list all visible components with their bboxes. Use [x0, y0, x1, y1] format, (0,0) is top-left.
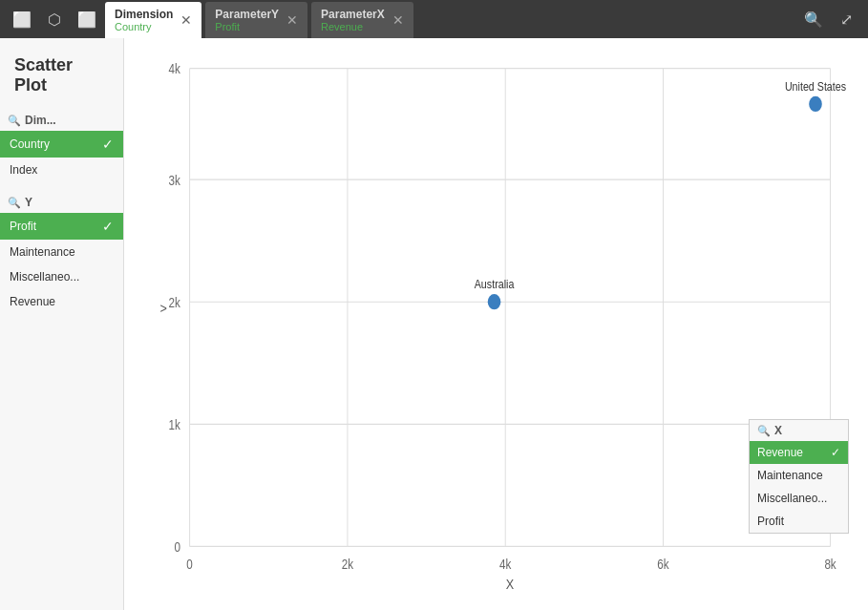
- y-item-profit[interactable]: Profit✓: [0, 213, 123, 240]
- y-section: 🔍 Y Profit✓MaintenanceMiscellaneo...Reve…: [0, 192, 123, 314]
- tab-2-title: ParameterX: [321, 8, 385, 21]
- tab-2-close[interactable]: ✕: [392, 13, 404, 27]
- rect-select-icon[interactable]: ⬜: [73, 5, 101, 33]
- check-icon: ✓: [102, 219, 114, 234]
- main-content: Scatter Plot 🔍 Dim... Country✓Index 🔍 Y …: [0, 38, 868, 610]
- svg-text:2k: 2k: [169, 295, 181, 310]
- x-section-label: X: [774, 424, 782, 437]
- x-items-list: Revenue✓MaintenanceMiscellaneo...Profit: [750, 441, 848, 533]
- y-item-maintenance[interactable]: Maintenance: [0, 240, 123, 264]
- check-icon: ✓: [102, 137, 114, 152]
- scatter-chart: 0 1k 2k 3k 4k 0 2k 4k 6k 8k > X: [143, 57, 849, 591]
- tab-0-subtitle: Country: [115, 21, 173, 32]
- dim-search-icon[interactable]: 🔍: [8, 115, 21, 127]
- y-search-icon[interactable]: 🔍: [8, 197, 21, 209]
- y-section-header: 🔍 Y: [0, 192, 123, 213]
- lasso-icon[interactable]: ⬡: [40, 5, 69, 33]
- x-search-icon[interactable]: 🔍: [757, 425, 771, 437]
- label-australia: Australia: [475, 277, 515, 291]
- dim-item-country[interactable]: Country✓: [0, 131, 123, 158]
- x-panel-header: 🔍 X: [750, 420, 848, 441]
- check-icon: ✓: [831, 446, 840, 459]
- svg-text:3k: 3k: [169, 173, 181, 188]
- svg-text:4k: 4k: [499, 557, 512, 572]
- x-parameter-panel: 🔍 X Revenue✓MaintenanceMiscellaneo...Pro…: [749, 419, 849, 534]
- sidebar: Scatter Plot 🔍 Dim... Country✓Index 🔍 Y …: [0, 38, 124, 610]
- select-icon[interactable]: ⬜: [8, 5, 36, 33]
- tab-parameter-y[interactable]: ParameterY Profit ✕: [205, 2, 307, 38]
- page-title: Scatter Plot: [0, 46, 123, 110]
- dim-item-index[interactable]: Index: [0, 158, 123, 182]
- dim-section: 🔍 Dim... Country✓Index: [0, 110, 123, 182]
- x-item-miscellaneo[interactable]: Miscellaneo...: [750, 487, 848, 510]
- svg-text:1k: 1k: [169, 417, 181, 432]
- tab-1-title: ParameterY: [215, 8, 279, 21]
- data-point-australia[interactable]: [488, 294, 501, 309]
- x-item-revenue[interactable]: Revenue✓: [750, 441, 848, 464]
- y-section-label: Y: [25, 196, 32, 209]
- label-us: United States: [785, 79, 846, 94]
- tab-1-subtitle: Profit: [215, 21, 279, 32]
- svg-text:2k: 2k: [342, 557, 354, 572]
- chart-area: 0 1k 2k 3k 4k 0 2k 4k 6k 8k > X: [124, 38, 868, 610]
- tab-parameter-x[interactable]: ParameterX Revenue ✕: [311, 2, 413, 38]
- svg-text:X: X: [506, 576, 514, 591]
- svg-text:>: >: [160, 300, 167, 316]
- svg-text:6k: 6k: [657, 557, 669, 572]
- scatter-container: 0 1k 2k 3k 4k 0 2k 4k 6k 8k > X: [143, 57, 849, 591]
- y-item-revenue[interactable]: Revenue: [0, 289, 123, 314]
- dim-items-list: Country✓Index: [0, 131, 123, 182]
- svg-text:4k: 4k: [169, 61, 181, 76]
- tab-1-close[interactable]: ✕: [286, 13, 298, 27]
- svg-text:0: 0: [174, 539, 180, 555]
- dim-section-label: Dim...: [25, 114, 56, 127]
- tab-0-title: Dimension: [115, 8, 173, 21]
- y-item-miscellaneo[interactable]: Miscellaneo...: [0, 264, 123, 289]
- y-items-list: Profit✓MaintenanceMiscellaneo...Revenue: [0, 213, 123, 314]
- svg-text:8k: 8k: [824, 557, 836, 572]
- tab-0-close[interactable]: ✕: [180, 13, 192, 27]
- data-point-us[interactable]: [809, 96, 822, 112]
- x-item-profit[interactable]: Profit: [750, 510, 848, 533]
- svg-text:0: 0: [186, 557, 192, 572]
- expand-icon[interactable]: ⤢: [832, 5, 860, 33]
- x-item-maintenance[interactable]: Maintenance: [750, 464, 848, 487]
- toolbar: ⬜ ⬡ ⬜ Dimension Country ✕ ParameterY Pro…: [0, 0, 868, 38]
- tab-dimension[interactable]: Dimension Country ✕: [105, 2, 201, 38]
- tab-2-subtitle: Revenue: [321, 21, 385, 32]
- dim-section-header: 🔍 Dim...: [0, 110, 123, 131]
- search-icon[interactable]: 🔍: [799, 5, 828, 33]
